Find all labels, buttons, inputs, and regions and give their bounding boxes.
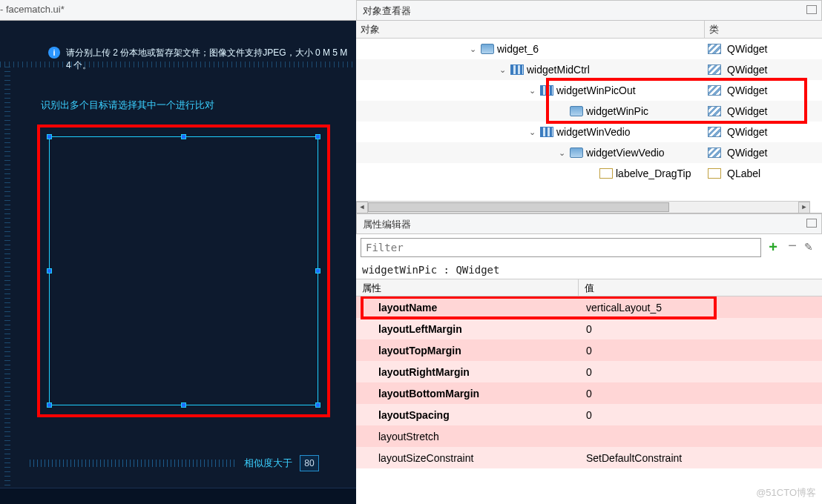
property-value[interactable]: 0 [579, 323, 822, 335]
resize-handle-mr[interactable] [315, 268, 320, 273]
prop-col-value[interactable]: 值 [579, 279, 822, 296]
class-icon [708, 127, 721, 137]
property-row[interactable]: layoutRightMargin0 [356, 361, 822, 382]
expander-icon[interactable]: ⌄ [527, 127, 537, 137]
edit-property-icon[interactable]: ✎ [804, 241, 818, 254]
property-value[interactable]: verticalLayout_5 [579, 302, 822, 314]
resize-handle-bl[interactable] [47, 402, 52, 408]
ruler-left [4, 65, 10, 485]
property-row[interactable]: layoutNameverticalLayout_5 [356, 296, 822, 318]
tree-col-object[interactable]: 对象 [356, 21, 705, 38]
tree-row[interactable]: ⌄widgetWinVedioQWidget [356, 122, 822, 142]
property-row[interactable]: layoutTopMargin0 [356, 339, 822, 361]
vlayout-icon [540, 127, 553, 137]
property-row[interactable]: layoutLeftMargin0 [356, 318, 822, 339]
upload-hint-text: 请分别上传 2 份本地或暂存架文件；图像文件支持JPEG，大小 0 M 5 M … [66, 47, 349, 72]
property-editor-title: 属性编辑器 [363, 219, 411, 230]
property-name: layoutBottomMargin [356, 388, 579, 399]
expander-icon[interactable] [586, 168, 596, 179]
dock-icon[interactable] [806, 219, 817, 228]
property-filter-input[interactable] [361, 238, 761, 257]
dock-icon[interactable] [806, 5, 817, 14]
property-name: layoutTopMargin [356, 345, 579, 357]
object-name: labelve_DragTip [616, 168, 691, 179]
class-name: QWidget [727, 126, 767, 138]
property-value[interactable]: 0 [579, 388, 822, 399]
property-name: layoutStretch [356, 431, 579, 442]
widget-icon [570, 147, 583, 158]
label-icon [599, 168, 613, 179]
widget-icon [570, 106, 583, 116]
object-name: widgetMidCtrl [527, 64, 590, 76]
class-name: QWidget [727, 147, 767, 159]
tree-row[interactable]: ⌄widget_6QWidget [356, 39, 822, 59]
property-row[interactable]: layoutStretch [356, 425, 822, 447]
resize-handle-tl[interactable] [47, 134, 52, 139]
scroll-left-icon[interactable]: ◄ [356, 202, 368, 213]
object-inspector-header: 对象查看器 [356, 0, 822, 21]
scroll-thumb[interactable] [368, 202, 669, 212]
class-name: QLabel [727, 168, 760, 179]
object-name: widgetWinVedio [556, 126, 631, 138]
similarity-slider[interactable] [30, 460, 237, 467]
class-name: QWidget [727, 84, 767, 96]
tree-row[interactable]: ⌄widgetWinPicOutQWidget [356, 80, 822, 101]
property-name: layoutSizeConstraint [356, 452, 579, 464]
scroll-right-icon[interactable]: ► [798, 202, 810, 213]
resize-handle-br[interactable] [315, 402, 320, 408]
class-icon [708, 64, 721, 75]
expander-icon[interactable]: ⌄ [556, 147, 567, 158]
tree-row[interactable]: ⌄widgetMidCtrlQWidget [356, 59, 822, 80]
annotation-highlight-canvas [37, 125, 330, 417]
selected-widget-frame[interactable] [49, 136, 318, 405]
similarity-label: 相似度大于 [244, 457, 292, 470]
info-icon: i [48, 47, 60, 59]
expander-icon[interactable]: ⌄ [467, 44, 478, 54]
property-editor-header: 属性编辑器 [356, 213, 822, 234]
class-icon [708, 44, 721, 54]
resize-handle-bm[interactable] [181, 402, 186, 408]
property-value[interactable]: 0 [579, 366, 822, 378]
property-value[interactable]: 0 [579, 409, 822, 421]
class-name: QWidget [727, 43, 767, 55]
resize-handle-ml[interactable] [47, 268, 52, 273]
similarity-value[interactable]: 80 [300, 455, 319, 471]
object-tree[interactable]: 对象 类 ⌄widget_6QWidget⌄widgetMidCtrlQWidg… [356, 21, 822, 213]
tree-row[interactable]: labelve_DragTipQLabel [356, 163, 822, 184]
property-value[interactable]: 0 [579, 345, 822, 357]
class-name: QWidget [727, 105, 767, 117]
object-name: widgetViewVedio [586, 147, 665, 159]
tree-col-class[interactable]: 类 [705, 21, 822, 38]
property-value[interactable]: SetDefaultConstraint [579, 452, 822, 464]
object-name: widgetWinPic [586, 105, 648, 117]
prop-col-name[interactable]: 属性 [356, 279, 579, 296]
tree-hscrollbar[interactable]: ◄ ► [356, 201, 810, 213]
tree-row[interactable]: widgetWinPicQWidget [356, 101, 822, 122]
class-name: QWidget [727, 64, 767, 76]
upload-hint-row: i 请分别上传 2 份本地或暂存架文件；图像文件支持JPEG，大小 0 M 5 … [48, 47, 349, 72]
open-file-name: - facematch.ui* [0, 4, 65, 15]
design-canvas-panel: - facematch.ui* i 请分别上传 2 份本地或暂存架文件；图像文件… [0, 0, 356, 504]
property-row[interactable]: layoutSpacing0 [356, 404, 822, 425]
canvas-status-bar [0, 488, 356, 504]
class-icon [708, 85, 721, 96]
property-row[interactable]: layoutBottomMargin0 [356, 382, 822, 404]
expander-icon[interactable]: ⌄ [497, 64, 507, 75]
tree-row[interactable]: ⌄widgetViewVedioQWidget [356, 142, 822, 163]
expander-icon[interactable] [556, 106, 567, 116]
expander-icon[interactable]: ⌄ [527, 85, 537, 96]
resize-handle-tr[interactable] [315, 134, 320, 139]
property-name: layoutLeftMargin [356, 323, 579, 335]
property-row[interactable]: layoutSizeConstraintSetDefaultConstraint [356, 447, 822, 468]
vlayout-icon [510, 64, 524, 75]
resize-handle-tm[interactable] [181, 134, 186, 139]
class-icon [708, 106, 721, 116]
selected-object-path: widgetWinPic : QWidget [356, 261, 822, 279]
multi-target-hint: 识别出多个目标请选择其中一个进行比对 [41, 99, 214, 112]
vlayout-icon [540, 85, 553, 96]
class-icon [708, 147, 721, 158]
add-property-icon[interactable]: + [766, 240, 780, 255]
object-name: widgetWinPicOut [556, 84, 636, 96]
remove-property-icon[interactable]: − [785, 240, 800, 255]
property-name: layoutSpacing [356, 409, 579, 421]
